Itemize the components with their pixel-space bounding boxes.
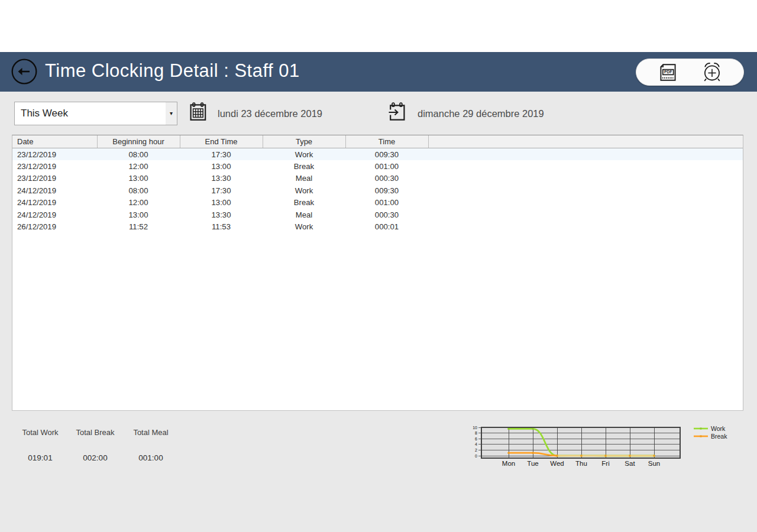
end-date-label: dimanche 29 décembre 2019 [418, 102, 544, 125]
back-button[interactable] [11, 58, 38, 85]
table-cell: 26/12/2019 [12, 220, 97, 232]
table-cell: 12:00 [97, 197, 180, 209]
svg-text:4: 4 [475, 442, 477, 446]
svg-text:Thu: Thu [575, 460, 587, 467]
total-work-label: Total Work [12, 428, 69, 437]
start-date-label: lundi 23 décembre 2019 [218, 102, 322, 125]
table-cell: 13:00 [97, 173, 180, 184]
table-cell: Meal [263, 173, 345, 184]
table-cell: 13:30 [180, 209, 263, 220]
svg-text:Break: Break [711, 433, 727, 440]
calendar-goto-icon [389, 102, 406, 121]
svg-text:Sun: Sun [648, 460, 660, 467]
table-cell [428, 148, 743, 161]
total-break-stat: Total Break 002:00 [67, 428, 124, 462]
table-cell [428, 160, 743, 172]
column-header[interactable]: Time [345, 135, 428, 148]
start-date-picker[interactable] [189, 102, 207, 124]
table-row[interactable]: 24/12/201908:0017:30Work009:30 [12, 184, 743, 196]
table-cell: 000:30 [345, 173, 428, 184]
total-meal-stat: Total Meal 001:00 [122, 428, 179, 462]
table-cell: 24/12/2019 [12, 197, 97, 209]
table-cell [428, 220, 743, 232]
alarm-clock-plus-icon [701, 61, 723, 83]
column-header[interactable]: End Time [180, 135, 263, 148]
table-cell: 08:00 [97, 184, 180, 196]
chart-legend: WorkBreak [694, 425, 727, 440]
table-row[interactable]: 26/12/201911:5211:53Work000:01 [12, 220, 743, 232]
table-cell: 001:00 [345, 160, 428, 172]
total-work-value: 019:01 [12, 453, 69, 462]
calendar-icon [189, 102, 207, 121]
table-header-row: DateBeginning hourEnd TimeTypeTime [12, 135, 743, 148]
table-row[interactable]: 24/12/201912:0013:00Break001:00 [12, 197, 743, 209]
export-pdf-button[interactable]: PDF [655, 60, 681, 84]
total-meal-label: Total Meal [122, 428, 179, 437]
svg-text:Tue: Tue [527, 460, 538, 467]
table-row[interactable]: 23/12/201912:0013:00Break001:00 [12, 160, 743, 172]
time-entries-table: DateBeginning hourEnd TimeTypeTime 23/12… [12, 135, 743, 411]
table-cell: 001:00 [345, 197, 428, 209]
table-cell: Work [263, 220, 345, 232]
table-cell: 23/12/2019 [12, 148, 97, 161]
svg-text:0: 0 [475, 454, 477, 458]
table-cell: 13:00 [180, 197, 263, 209]
period-select-value: This Week [15, 108, 166, 119]
table-cell: 009:30 [345, 184, 428, 196]
table-body: 23/12/201908:0017:30Work009:3023/12/2019… [12, 148, 743, 233]
total-break-label: Total Break [67, 428, 124, 437]
pdf-file-icon: PDF [657, 64, 679, 81]
table-cell: 17:30 [180, 184, 263, 196]
table-cell: Work [263, 148, 345, 161]
table-cell: Meal [263, 209, 345, 220]
table-cell: 08:00 [97, 148, 180, 161]
table-cell: 000:30 [345, 209, 428, 220]
table-cell [428, 184, 743, 196]
column-header[interactable] [428, 135, 743, 148]
svg-text:10: 10 [473, 426, 477, 430]
header-actions: PDF [636, 59, 744, 86]
table-cell: 23/12/2019 [12, 160, 97, 172]
app-header-bar: Time Clocking Detail : Staff 01 PDF [0, 52, 757, 92]
table-row[interactable]: 24/12/201913:0013:30Meal000:30 [12, 209, 743, 220]
column-header[interactable]: Type [263, 135, 345, 148]
total-break-value: 002:00 [67, 453, 124, 462]
table-cell [428, 197, 743, 209]
table-cell: 23/12/2019 [12, 173, 97, 184]
back-arrow-icon [11, 58, 38, 85]
table-cell: 11:53 [180, 220, 263, 232]
table-cell: 24/12/2019 [12, 209, 97, 220]
dropdown-arrow-zone: ▾ [166, 102, 177, 125]
table-row[interactable]: 23/12/201908:0017:30Work009:30 [12, 148, 743, 161]
column-header[interactable]: Beginning hour [97, 135, 180, 148]
total-meal-value: 001:00 [122, 453, 179, 462]
period-select[interactable]: This Week ▾ [14, 102, 177, 125]
table-cell: Break [263, 160, 345, 172]
end-date-picker[interactable] [389, 102, 406, 124]
page-title: Time Clocking Detail : Staff 01 [45, 52, 300, 92]
svg-text:2: 2 [475, 448, 477, 452]
table-cell: Break [263, 197, 345, 209]
total-work-stat: Total Work 019:01 [12, 428, 69, 462]
svg-text:8: 8 [475, 431, 477, 435]
table-cell: 12:00 [97, 160, 180, 172]
chevron-down-icon: ▾ [170, 111, 173, 116]
svg-text:Mon: Mon [502, 460, 515, 467]
table-cell: 17:30 [180, 148, 263, 161]
svg-text:Sat: Sat [625, 460, 635, 467]
table-cell: 13:00 [180, 160, 263, 172]
table-row[interactable]: 23/12/201913:0013:30Meal000:30 [12, 173, 743, 184]
svg-text:6: 6 [475, 437, 477, 441]
column-header[interactable]: Date [12, 135, 97, 148]
top-white-band [0, 0, 757, 52]
svg-text:Fri: Fri [601, 460, 609, 467]
table-cell: Work [263, 184, 345, 196]
add-time-entry-button[interactable] [699, 60, 725, 84]
table-cell: 13:30 [180, 173, 263, 184]
svg-text:Wed: Wed [550, 460, 564, 467]
table-cell [428, 173, 743, 184]
weekly-hours-chart: 0246810MonTueWedThuFriSatSun WorkBreak [467, 414, 745, 473]
table-cell: 13:00 [97, 209, 180, 220]
table-cell: 24/12/2019 [12, 184, 97, 196]
table-cell: 009:30 [345, 148, 428, 161]
